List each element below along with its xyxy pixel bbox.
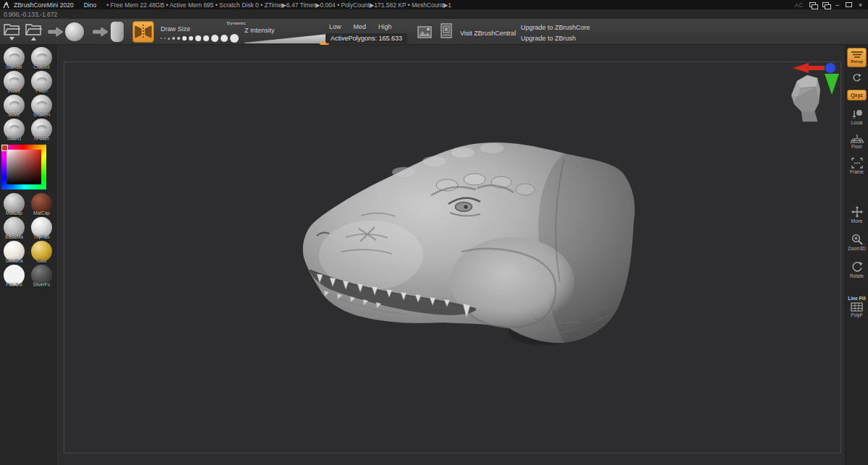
active-tool-button[interactable] [111, 22, 124, 42]
brush-pinch[interactable]: Pinch [30, 71, 54, 93]
document-name: Dino [84, 1, 96, 9]
color-picker[interactable] [1, 145, 46, 189]
zbrushcoremini-window: ZBrushCoreMini 2020 Dino • Free Mem 22.4… [0, 0, 868, 465]
persp-button[interactable]: Persp [847, 48, 867, 67]
z-intensity-slider[interactable] [244, 34, 328, 43]
material-toyplastic[interactable]: ToyPlas [30, 217, 54, 239]
magnifier-icon [851, 234, 863, 245]
title-bar: ZBrushCoreMini 2020 Dino • Free Mem 22.4… [0, 0, 868, 9]
export-3d-print-button[interactable] [438, 23, 454, 38]
polyframe-grid-icon [851, 302, 863, 312]
export-image-button[interactable] [417, 25, 433, 39]
minimize-button[interactable]: – [835, 1, 839, 9]
dynamic-label: Dynamic [227, 21, 246, 25]
axis-x-arrow [793, 63, 825, 73]
axis-gizmo[interactable] [790, 61, 845, 98]
brush-inflate[interactable]: Inflate [2, 71, 27, 93]
sculpt-viewport[interactable] [56, 45, 845, 465]
draw-size-dots[interactable] [161, 33, 239, 43]
upgrade-zbrushcore-link[interactable]: Upgrade to ZBrushCore [521, 24, 590, 31]
frame-brackets-icon [851, 158, 863, 168]
brush-hpolish[interactable]: hPolish [30, 119, 54, 141]
restore-down-icon[interactable] [809, 2, 816, 7]
material-flatcolor[interactable]: Flat Col [2, 265, 27, 287]
polyf-button[interactable]: Line Fill PolyF [848, 296, 866, 317]
save-document-button[interactable] [25, 22, 43, 41]
move-button[interactable]: Move [851, 206, 863, 223]
image-icon [417, 26, 432, 38]
material-matcap-gray[interactable]: MatCap [2, 193, 27, 216]
spin-icon[interactable] [852, 72, 861, 85]
memory-stats: • Free Mem 22.48GB • Active Mem 695 • Sc… [106, 1, 451, 9]
material-gold[interactable]: Gold [30, 241, 54, 263]
draw-size-control[interactable]: Draw Size Dynamic [161, 21, 246, 44]
symmetry-mirror-icon [134, 23, 153, 40]
top-toolbar: Draw Size Dynamic Z Intensity Low Med Hi… [0, 19, 868, 45]
quality-low-button[interactable]: Low [329, 23, 341, 30]
material-skinshade[interactable]: SkinSha [2, 241, 27, 263]
quality-med-button[interactable]: Med [354, 23, 367, 30]
current-color-swatch [1, 145, 8, 151]
resolution-control: Low Med High ActivePolygons: 165.633 [329, 23, 392, 30]
floor-button[interactable]: Floor [850, 134, 864, 149]
axis-y-arrow [825, 74, 839, 95]
local-button[interactable]: Local [851, 109, 864, 125]
arrow-right-icon [48, 27, 64, 40]
local-pivot-icon [851, 109, 864, 119]
axis-z-sphere [825, 63, 835, 73]
dock-window-icon[interactable] [822, 2, 829, 7]
qxyz-button[interactable]: Qxyz [847, 90, 867, 101]
active-polygons-readout: ActivePolygons: 165.633 [326, 33, 407, 43]
material-basic[interactable]: BasicMa [2, 217, 27, 239]
material-matcap-red[interactable]: MatCap [30, 193, 54, 216]
rotate-button[interactable]: Rotate [850, 261, 864, 278]
brush-claybuildup[interactable]: ClayBui [30, 47, 54, 69]
z-intensity-control[interactable]: Z Intensity [244, 22, 330, 44]
quality-high-button[interactable]: High [378, 23, 392, 30]
draw-size-label: Draw Size [161, 25, 190, 33]
load-document-button[interactable] [3, 22, 21, 41]
brush-move[interactable]: Move [2, 95, 27, 117]
coordinates-bar: 0.906,-0.133,-1.672 [0, 9, 868, 19]
brush-standard[interactable]: Standar [2, 47, 27, 69]
rotate-arrows-icon [851, 261, 863, 273]
zbrush-logo-icon [3, 1, 9, 9]
symmetry-button[interactable] [132, 21, 154, 43]
frame-button[interactable]: Frame [850, 158, 864, 174]
visit-zbrushcentral-link[interactable]: Visit ZBrushCentral [460, 30, 516, 37]
trex-head-model[interactable] [295, 129, 644, 354]
brush-slash3[interactable]: Slash3 [2, 119, 27, 141]
maximize-button[interactable] [846, 2, 852, 7]
app-title: ZBrushCoreMini 2020 [14, 1, 74, 9]
color-picker-sv-square[interactable] [7, 150, 41, 184]
upgrade-zbrush-link[interactable]: Upgrade to ZBrush [521, 35, 576, 42]
book-icon [440, 23, 453, 38]
move-arrows-icon [851, 206, 863, 218]
z-intensity-label: Z Intensity [244, 27, 275, 34]
cursor-coordinates: 0.906,-0.133,-1.672 [4, 11, 57, 18]
zoom3d-button[interactable]: Zoom3D [848, 234, 866, 251]
line-fill-label: Line Fill [848, 296, 866, 301]
restore-sphere-button[interactable] [65, 22, 84, 41]
brush-palette: Standar ClayBui Inflate Pinch Move Snake… [0, 45, 56, 141]
close-button[interactable]: × [859, 1, 862, 9]
left-panel: Standar ClayBui Inflate Pinch Move Snake… [0, 45, 56, 465]
arrow-right-icon [93, 27, 109, 40]
right-panel: Persp Qxyz Local Floor [845, 45, 868, 465]
brush-snakehook[interactable]: SnakeH [30, 95, 54, 117]
ac-indicator: AC [794, 1, 803, 9]
perspective-lines-icon [851, 51, 864, 59]
material-silver[interactable]: SilverFo [30, 265, 54, 287]
material-palette: MatCap MatCap BasicMa ToyPlas SkinSha Go… [0, 191, 56, 287]
floor-grid-icon [850, 134, 864, 143]
